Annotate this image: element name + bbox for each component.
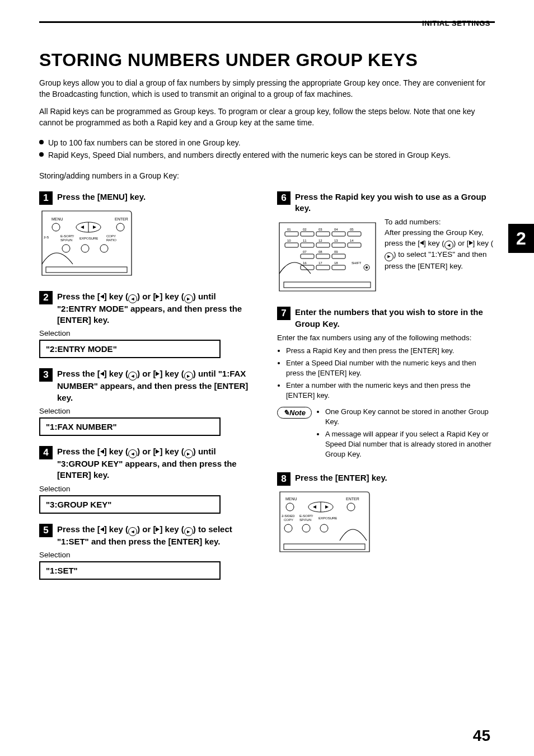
right-arrow-icon — [469, 241, 473, 245]
step-5: 5 Press the [] key (◄) or [] key (►) to … — [39, 524, 257, 580]
svg-rect-51 — [332, 265, 345, 270]
svg-text:04: 04 — [334, 228, 338, 231]
svg-rect-25 — [301, 232, 314, 236]
right-column: 6 Press the Rapid key you wish to use as… — [277, 186, 495, 590]
svg-rect-34 — [285, 243, 298, 247]
svg-text:E-SORT/: E-SORT/ — [299, 514, 313, 518]
step-2: 2 Press the [] key (◄) or [] key (►) unt… — [39, 291, 257, 359]
step-title: Press the [MENU] key. — [57, 191, 146, 203]
right-key-icon: ► — [184, 294, 193, 303]
svg-rect-43 — [316, 254, 330, 259]
step-6: 6 Press the Rapid key you wish to use as… — [277, 191, 495, 297]
svg-text:2-SIDED: 2-SIDED — [282, 514, 295, 518]
page-title: STORING NUMBERS UNDER GROUP KEYS — [39, 50, 495, 71]
svg-text:SP.FUN: SP.FUN — [299, 518, 311, 522]
svg-point-68 — [284, 524, 292, 532]
list-item: Enter a number with the numeric keys and… — [286, 381, 495, 401]
svg-text:ENTER: ENTER — [115, 217, 128, 221]
svg-rect-36 — [316, 243, 330, 247]
left-arrow-icon — [100, 527, 104, 532]
selection-label: Selection — [39, 329, 257, 337]
svg-text:05: 05 — [350, 228, 354, 231]
feature-bullets: Up to 100 fax numbers can be stored in o… — [39, 137, 495, 161]
list-item: Enter a Speed Dial number with the numer… — [286, 358, 495, 378]
svg-rect-50 — [316, 265, 330, 270]
svg-text:01: 01 — [287, 228, 291, 231]
step-7: 7 Enter the numbers that you wish to sto… — [277, 307, 495, 462]
selection-label: Selection — [39, 485, 257, 493]
svg-text:COPY: COPY — [284, 518, 293, 522]
svg-point-53 — [366, 266, 368, 269]
svg-text:14: 14 — [350, 239, 354, 242]
svg-text:16: 16 — [303, 261, 307, 265]
svg-rect-24 — [285, 232, 298, 236]
svg-point-57 — [286, 503, 294, 511]
left-column: 1 Press the [MENU] key. MENU ENTER 2-S — [39, 186, 257, 590]
step-title: Press the Rapid key you wish to use as a… — [295, 191, 495, 214]
svg-point-62 — [347, 503, 355, 511]
svg-text:11: 11 — [303, 239, 307, 242]
pencil-icon: ✎ — [283, 408, 289, 417]
step-number: 6 — [277, 191, 291, 205]
selection-label: Selection — [39, 551, 257, 559]
svg-rect-49 — [301, 265, 314, 270]
svg-text:03: 03 — [318, 228, 322, 231]
intro-paragraph-1: Group keys allow you to dial a group of … — [39, 77, 495, 100]
step-3: 3 Press the [] key (◄) or [] key (►) unt… — [39, 368, 257, 436]
left-arrow-icon — [420, 241, 424, 245]
list-item: One Group Key cannot be stored in anothe… — [325, 407, 495, 427]
lcd-display: "1:FAX NUMBER" — [39, 417, 221, 436]
procedure-subhead: Storing/adding numbers in a Group Key: — [39, 171, 495, 180]
left-key-icon: ◄ — [128, 294, 137, 303]
list-item: Press a Rapid Key and then press the [EN… — [286, 346, 495, 356]
list-item: A message will appear if you select a Ra… — [325, 429, 495, 460]
step-number: 7 — [277, 307, 291, 320]
svg-point-70 — [320, 524, 328, 532]
bullet-item: Rapid Keys, Speed Dial numbers, and numb… — [39, 149, 495, 161]
svg-text:ENTER: ENTER — [346, 497, 359, 501]
selection-label: Selection — [39, 407, 257, 415]
svg-text:08: 08 — [318, 250, 322, 253]
step-title: Press the [] key (◄) or [] key (►) until… — [57, 446, 257, 481]
svg-text:17: 17 — [318, 261, 322, 265]
right-key-icon: ► — [184, 372, 193, 381]
svg-text:SP.FUN: SP.FUN — [60, 238, 72, 242]
svg-text:13: 13 — [334, 239, 338, 242]
svg-text:07: 07 — [303, 250, 307, 253]
svg-text:MENU: MENU — [51, 217, 63, 221]
lcd-display: "3:GROUP KEY" — [39, 495, 221, 514]
right-key-icon: ► — [385, 252, 394, 261]
step-number: 8 — [277, 472, 291, 486]
right-key-icon: ► — [184, 449, 193, 458]
control-panel-illustration: MENU ENTER 2-S E-SORT/ SP.FUN EXPOSURE C… — [39, 208, 134, 281]
lcd-display: "1:SET" — [39, 561, 221, 580]
svg-rect-42 — [301, 254, 314, 259]
svg-text:COPY: COPY — [106, 234, 116, 238]
step-title: Press the [] key (◄) or [] key (►) until… — [57, 291, 257, 326]
svg-text:2-S: 2-S — [44, 236, 49, 239]
svg-rect-27 — [332, 232, 345, 236]
lcd-display: "2:ENTRY MODE" — [39, 340, 221, 358]
step-number: 5 — [39, 524, 53, 537]
left-key-icon: ◄ — [128, 372, 137, 381]
step-number: 1 — [39, 191, 53, 205]
header-section: INITIAL SETTINGS — [422, 19, 490, 27]
left-key-icon: ◄ — [128, 527, 137, 536]
svg-rect-38 — [348, 243, 361, 247]
svg-text:SHIFT: SHIFT — [352, 261, 362, 265]
page-number: 45 — [473, 727, 490, 745]
svg-text:EXPOSURE: EXPOSURE — [318, 516, 337, 520]
svg-rect-35 — [301, 243, 314, 247]
intro-paragraph-2: All Rapid keys can be programmed as Grou… — [39, 106, 495, 129]
left-key-icon: ◄ — [444, 241, 453, 250]
svg-text:RATIO: RATIO — [106, 238, 116, 242]
svg-text:02: 02 — [303, 228, 307, 231]
left-arrow-icon — [100, 449, 104, 454]
svg-text:10: 10 — [287, 239, 291, 242]
step-body: Enter the fax numbers using any of the f… — [277, 333, 495, 344]
step-number: 4 — [39, 446, 53, 459]
step-number: 3 — [39, 368, 53, 382]
svg-text:E-SORT/: E-SORT/ — [60, 234, 74, 238]
step-title: Press the [ENTER] key. — [295, 472, 387, 483]
chapter-tab: 2 — [508, 224, 534, 253]
